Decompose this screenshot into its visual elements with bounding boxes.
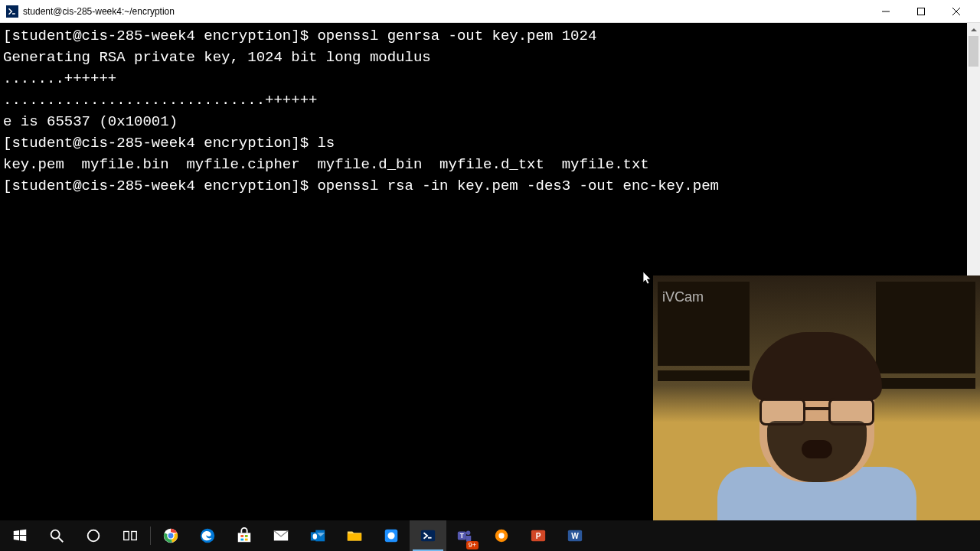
svg-point-20 [387, 532, 394, 539]
taskbar-outlook[interactable] [299, 520, 336, 551]
svg-point-1 [51, 530, 60, 539]
svg-point-24 [466, 531, 471, 536]
svg-point-2 [88, 530, 100, 542]
taskbar-powerpoint[interactable]: P [520, 520, 557, 551]
taskbar-chrome[interactable] [152, 520, 189, 551]
minimize-button[interactable] [868, 0, 903, 23]
taskbar-snagit[interactable] [483, 520, 520, 551]
taskbar-mail[interactable] [263, 520, 299, 551]
webcam-overlay: iVCam [653, 276, 980, 520]
scroll-thumb[interactable] [969, 36, 978, 67]
svg-rect-18 [348, 533, 361, 540]
svg-rect-9 [238, 533, 251, 542]
scroll-up-button[interactable] [967, 23, 980, 36]
taskbar-start[interactable] [2, 520, 38, 551]
svg-point-7 [168, 533, 174, 539]
svg-point-26 [498, 533, 504, 538]
titlebar: student@cis-285-week4:~/encryption [0, 0, 980, 23]
svg-rect-10 [240, 535, 243, 537]
taskbar-explorer[interactable] [336, 520, 373, 551]
svg-text:P: P [536, 532, 541, 540]
svg-rect-11 [245, 535, 248, 537]
taskbar-edge[interactable] [189, 520, 226, 551]
svg-text:T: T [460, 533, 464, 540]
webcam-label: iVCam [662, 289, 704, 305]
svg-rect-12 [240, 539, 243, 541]
powershell-window-icon [6, 5, 18, 18]
close-button[interactable] [939, 0, 974, 23]
svg-point-17 [313, 533, 318, 539]
svg-text:W: W [571, 532, 579, 540]
svg-rect-13 [245, 539, 248, 541]
taskbar-powershell[interactable] [410, 520, 446, 551]
taskbar-search[interactable] [38, 520, 75, 551]
window-title: student@cis-285-week4:~/encryption [23, 6, 868, 17]
taskbar-teams[interactable]: T9+ [446, 520, 483, 551]
svg-rect-3 [124, 532, 129, 540]
maximize-button[interactable] [903, 0, 939, 23]
svg-rect-4 [132, 532, 136, 540]
taskbar-store[interactable] [226, 520, 263, 551]
taskbar-taskview[interactable] [112, 520, 149, 551]
taskbar-word[interactable]: W [557, 520, 593, 551]
taskbar: T9+PW [0, 520, 980, 551]
taskbar-app-blue[interactable] [373, 520, 410, 551]
taskbar-cortana[interactable] [75, 520, 112, 551]
svg-rect-0 [918, 8, 925, 15]
